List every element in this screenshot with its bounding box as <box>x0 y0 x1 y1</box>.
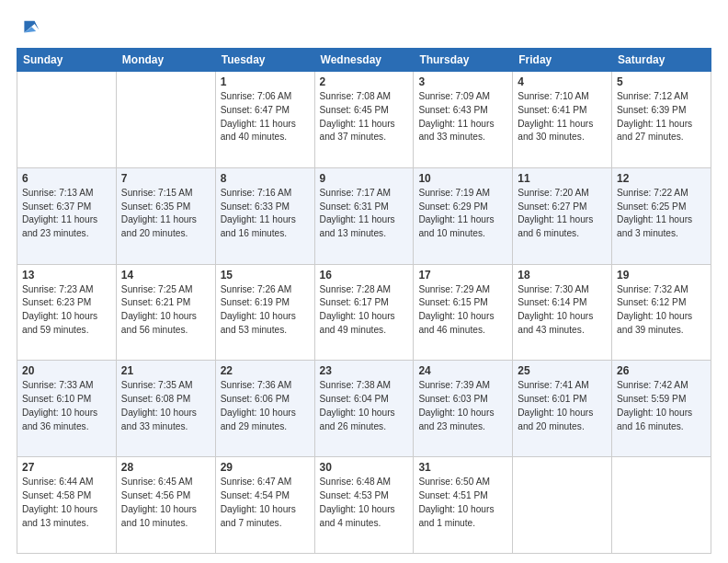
cell-info: Sunrise: 7:28 AMSunset: 6:17 PMDaylight:… <box>320 283 409 338</box>
day-number: 25 <box>518 364 607 377</box>
calendar-cell: 13Sunrise: 7:23 AMSunset: 6:23 PMDayligh… <box>17 264 117 361</box>
calendar-week-row: 27Sunrise: 6:44 AMSunset: 4:58 PMDayligh… <box>17 457 711 554</box>
cell-info: Sunrise: 7:20 AMSunset: 6:27 PMDaylight:… <box>518 187 607 241</box>
logo <box>17 17 40 39</box>
calendar-cell: 7Sunrise: 7:15 AMSunset: 6:35 PMDaylight… <box>116 167 215 264</box>
calendar-cell: 2Sunrise: 7:08 AMSunset: 6:45 PMDaylight… <box>314 72 414 168</box>
day-number: 6 <box>22 172 111 185</box>
calendar-header-saturday: Saturday <box>612 49 711 72</box>
day-number: 7 <box>121 172 210 185</box>
cell-info: Sunrise: 6:47 AMSunset: 4:54 PMDaylight:… <box>221 476 310 530</box>
calendar-header-wednesday: Wednesday <box>314 49 414 72</box>
calendar-cell <box>612 457 711 554</box>
day-number: 24 <box>418 364 507 377</box>
day-number: 19 <box>617 269 706 282</box>
cell-info: Sunrise: 7:35 AMSunset: 6:08 PMDaylight:… <box>121 379 210 433</box>
calendar-cell: 16Sunrise: 7:28 AMSunset: 6:17 PMDayligh… <box>314 264 414 361</box>
day-number: 2 <box>320 75 409 88</box>
day-number: 10 <box>418 172 507 185</box>
calendar-cell <box>17 72 117 168</box>
cell-info: Sunrise: 7:32 AMSunset: 6:12 PMDaylight:… <box>617 283 706 338</box>
day-number: 18 <box>518 269 607 282</box>
day-number: 17 <box>418 269 507 282</box>
day-number: 1 <box>221 75 310 88</box>
calendar-cell: 6Sunrise: 7:13 AMSunset: 6:37 PMDaylight… <box>17 167 117 264</box>
cell-info: Sunrise: 6:45 AMSunset: 4:56 PMDaylight:… <box>121 476 210 530</box>
calendar-header-row: SundayMondayTuesdayWednesdayThursdayFrid… <box>17 49 711 72</box>
calendar-cell: 9Sunrise: 7:17 AMSunset: 6:31 PMDaylight… <box>314 167 414 264</box>
calendar-cell: 20Sunrise: 7:33 AMSunset: 6:10 PMDayligh… <box>17 361 117 457</box>
calendar-header-tuesday: Tuesday <box>215 49 314 72</box>
cell-info: Sunrise: 7:22 AMSunset: 6:25 PMDaylight:… <box>617 187 706 241</box>
calendar-cell: 25Sunrise: 7:41 AMSunset: 6:01 PMDayligh… <box>513 361 612 457</box>
cell-info: Sunrise: 7:41 AMSunset: 6:01 PMDaylight:… <box>518 379 607 433</box>
calendar-cell: 5Sunrise: 7:12 AMSunset: 6:39 PMDaylight… <box>612 72 711 168</box>
day-number: 9 <box>320 172 409 185</box>
calendar-table: SundayMondayTuesdayWednesdayThursdayFrid… <box>17 48 711 554</box>
calendar-header-monday: Monday <box>116 49 215 72</box>
day-number: 4 <box>518 75 607 88</box>
calendar-cell: 17Sunrise: 7:29 AMSunset: 6:15 PMDayligh… <box>414 264 513 361</box>
day-number: 8 <box>221 172 310 185</box>
day-number: 3 <box>418 75 507 88</box>
cell-info: Sunrise: 7:16 AMSunset: 6:33 PMDaylight:… <box>221 187 310 241</box>
day-number: 21 <box>121 364 210 377</box>
calendar-cell: 29Sunrise: 6:47 AMSunset: 4:54 PMDayligh… <box>215 457 314 554</box>
calendar-cell: 1Sunrise: 7:06 AMSunset: 6:47 PMDaylight… <box>215 72 314 168</box>
cell-info: Sunrise: 7:36 AMSunset: 6:06 PMDaylight:… <box>221 379 310 433</box>
calendar-cell: 14Sunrise: 7:25 AMSunset: 6:21 PMDayligh… <box>116 264 215 361</box>
calendar-cell: 24Sunrise: 7:39 AMSunset: 6:03 PMDayligh… <box>414 361 513 457</box>
cell-info: Sunrise: 7:15 AMSunset: 6:35 PMDaylight:… <box>121 187 210 241</box>
calendar-cell: 11Sunrise: 7:20 AMSunset: 6:27 PMDayligh… <box>513 167 612 264</box>
calendar-cell: 27Sunrise: 6:44 AMSunset: 4:58 PMDayligh… <box>17 457 117 554</box>
calendar-cell: 18Sunrise: 7:30 AMSunset: 6:14 PMDayligh… <box>513 264 612 361</box>
calendar-week-row: 13Sunrise: 7:23 AMSunset: 6:23 PMDayligh… <box>17 264 711 361</box>
page: SundayMondayTuesdayWednesdayThursdayFrid… <box>0 0 728 563</box>
cell-info: Sunrise: 7:39 AMSunset: 6:03 PMDaylight:… <box>418 379 507 433</box>
calendar-cell: 21Sunrise: 7:35 AMSunset: 6:08 PMDayligh… <box>116 361 215 457</box>
cell-info: Sunrise: 7:25 AMSunset: 6:21 PMDaylight:… <box>121 283 210 338</box>
cell-info: Sunrise: 6:50 AMSunset: 4:51 PMDaylight:… <box>418 476 507 530</box>
cell-info: Sunrise: 6:44 AMSunset: 4:58 PMDaylight:… <box>22 476 111 530</box>
cell-info: Sunrise: 7:33 AMSunset: 6:10 PMDaylight:… <box>22 379 111 433</box>
day-number: 31 <box>418 461 507 474</box>
cell-info: Sunrise: 7:38 AMSunset: 6:04 PMDaylight:… <box>320 379 409 433</box>
calendar-week-row: 20Sunrise: 7:33 AMSunset: 6:10 PMDayligh… <box>17 361 711 457</box>
calendar-cell: 28Sunrise: 6:45 AMSunset: 4:56 PMDayligh… <box>116 457 215 554</box>
cell-info: Sunrise: 7:10 AMSunset: 6:41 PMDaylight:… <box>518 90 607 144</box>
cell-info: Sunrise: 7:17 AMSunset: 6:31 PMDaylight:… <box>320 187 409 241</box>
day-number: 14 <box>121 269 210 282</box>
cell-info: Sunrise: 6:48 AMSunset: 4:53 PMDaylight:… <box>320 476 409 530</box>
calendar-header-friday: Friday <box>513 49 612 72</box>
cell-info: Sunrise: 7:42 AMSunset: 5:59 PMDaylight:… <box>617 379 706 433</box>
calendar-header-thursday: Thursday <box>414 49 513 72</box>
day-number: 26 <box>617 364 706 377</box>
calendar-cell: 19Sunrise: 7:32 AMSunset: 6:12 PMDayligh… <box>612 264 711 361</box>
cell-info: Sunrise: 7:08 AMSunset: 6:45 PMDaylight:… <box>320 90 409 144</box>
cell-info: Sunrise: 7:12 AMSunset: 6:39 PMDaylight:… <box>617 90 706 144</box>
cell-info: Sunrise: 7:13 AMSunset: 6:37 PMDaylight:… <box>22 187 111 241</box>
cell-info: Sunrise: 7:23 AMSunset: 6:23 PMDaylight:… <box>22 283 111 338</box>
calendar-week-row: 1Sunrise: 7:06 AMSunset: 6:47 PMDaylight… <box>17 72 711 168</box>
calendar-cell: 26Sunrise: 7:42 AMSunset: 5:59 PMDayligh… <box>612 361 711 457</box>
logo-icon <box>18 17 40 39</box>
calendar-cell: 10Sunrise: 7:19 AMSunset: 6:29 PMDayligh… <box>414 167 513 264</box>
calendar-cell: 23Sunrise: 7:38 AMSunset: 6:04 PMDayligh… <box>314 361 414 457</box>
cell-info: Sunrise: 7:06 AMSunset: 6:47 PMDaylight:… <box>221 90 310 144</box>
calendar-cell: 12Sunrise: 7:22 AMSunset: 6:25 PMDayligh… <box>612 167 711 264</box>
day-number: 5 <box>617 75 706 88</box>
day-number: 28 <box>121 461 210 474</box>
day-number: 13 <box>22 269 111 282</box>
cell-info: Sunrise: 7:29 AMSunset: 6:15 PMDaylight:… <box>418 283 507 338</box>
calendar-cell: 15Sunrise: 7:26 AMSunset: 6:19 PMDayligh… <box>215 264 314 361</box>
day-number: 30 <box>320 461 409 474</box>
calendar-cell: 3Sunrise: 7:09 AMSunset: 6:43 PMDaylight… <box>414 72 513 168</box>
header <box>17 17 711 39</box>
day-number: 29 <box>221 461 310 474</box>
calendar-cell: 30Sunrise: 6:48 AMSunset: 4:53 PMDayligh… <box>314 457 414 554</box>
day-number: 11 <box>518 172 607 185</box>
calendar-cell: 31Sunrise: 6:50 AMSunset: 4:51 PMDayligh… <box>414 457 513 554</box>
calendar-cell: 8Sunrise: 7:16 AMSunset: 6:33 PMDaylight… <box>215 167 314 264</box>
calendar-week-row: 6Sunrise: 7:13 AMSunset: 6:37 PMDaylight… <box>17 167 711 264</box>
day-number: 23 <box>320 364 409 377</box>
